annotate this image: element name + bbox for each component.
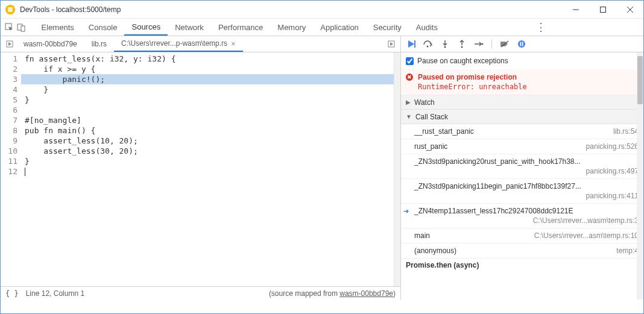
svg-rect-2 (600, 7, 605, 12)
pause-on-caught-label[interactable]: Pause on caught exceptions (417, 57, 508, 65)
window-titlebar: DevTools - localhost:5000/temp (1, 1, 643, 19)
panes-scrollbar[interactable] (637, 52, 643, 300)
callstack-frame[interactable]: ➔_ZN4temp11assert_less17hc29247008ddc912… (401, 204, 643, 228)
code-line[interactable]: if x >= y { (25, 64, 394, 74)
tab-console[interactable]: Console (81, 19, 125, 36)
callstack-frame[interactable]: _ZN3std9panicking11begin_panic17hf8bbc13… (401, 179, 643, 204)
tab-audits[interactable]: Audits (409, 19, 445, 36)
frame-location: temp:4 (616, 246, 639, 255)
more-icon[interactable]: ⋮ (531, 20, 551, 34)
callstack-section-header[interactable]: ▼ Call Stack (401, 110, 643, 124)
callstack-frame[interactable]: rust_panicpanicking.rs:526 (401, 139, 643, 154)
svg-rect-0 (8, 7, 13, 12)
frame-function: _ZN4temp11assert_less17hc29247008ddc9121… (414, 207, 639, 215)
callstack-frame[interactable]: __rust_start_paniclib.rs:54 (401, 124, 643, 139)
tab-sources[interactable]: Sources (124, 19, 168, 36)
source-map-link[interactable]: wasm-00bbd79e (339, 289, 393, 298)
tab-application[interactable]: Application (313, 19, 366, 36)
tab-network[interactable]: Network (168, 19, 211, 36)
code-line[interactable] (25, 105, 394, 115)
tab-performance[interactable]: Performance (211, 19, 270, 36)
frame-function: _ZN3std9panicking20rust_panic_with_hook1… (414, 157, 639, 166)
cursor-position: Line 12, Column 1 (26, 289, 84, 298)
chevron-right-icon: ▶ (406, 99, 411, 105)
svg-point-11 (427, 46, 429, 48)
pause-on-caught-row[interactable]: Pause on caught exceptions (401, 52, 643, 69)
deactivate-breakpoints-icon[interactable] (499, 39, 510, 49)
resume-icon[interactable] (406, 39, 417, 49)
step-icon[interactable] (473, 39, 484, 49)
frame-function: main (414, 231, 529, 240)
pause-banner-detail: RuntimeError: unreachable (418, 83, 639, 91)
step-over-icon[interactable] (423, 39, 434, 49)
file-tab[interactable]: C:\Users\rrever...p-wasm\temp.rs× (114, 36, 243, 52)
code-line[interactable]: pub fn main() { (25, 125, 394, 136)
code-line[interactable]: #[no_mangle] (25, 115, 394, 125)
file-tab-label: C:\Users\rrever...p-wasm\temp.rs (121, 39, 227, 48)
more-tabs-icon[interactable] (385, 37, 398, 51)
frame-function: _ZN3std9panicking11begin_panic17hf8bbc13… (414, 182, 639, 190)
frame-location: panicking.rs:526 (586, 142, 639, 151)
file-tabbar: wasm-00bbd79elib.rsC:\Users\rrever...p-w… (1, 36, 400, 52)
frame-function: (anonymous) (414, 246, 611, 255)
current-frame-icon: ➔ (403, 207, 409, 215)
file-tab[interactable]: lib.rs (84, 36, 114, 52)
async-label: Promise.then (async) (401, 259, 643, 272)
file-tab-label: lib.rs (92, 40, 107, 48)
code-line[interactable] (25, 166, 394, 177)
tab-security[interactable]: Security (366, 19, 409, 36)
code-line[interactable]: } (25, 156, 394, 166)
frame-function: __rust_start_panic (414, 127, 608, 136)
debugger-toolbar (401, 36, 643, 52)
code-line[interactable]: } (25, 84, 394, 95)
code-line[interactable]: panic!(); (25, 74, 394, 84)
resume-script-icon[interactable] (3, 37, 16, 51)
frame-location: C:\Users\rrever...wasm\temp.rs:3 (414, 216, 639, 225)
step-into-icon[interactable] (440, 39, 450, 49)
close-button[interactable] (616, 1, 643, 18)
minimize-button[interactable] (562, 1, 589, 18)
svg-rect-21 (522, 42, 523, 46)
editor-scrollbar[interactable] (394, 52, 400, 286)
device-toolbar-icon[interactable] (16, 20, 27, 34)
pause-on-caught-checkbox[interactable] (406, 57, 414, 65)
code-line[interactable]: assert_less(30, 20); (25, 146, 394, 156)
svg-rect-20 (520, 42, 522, 46)
pause-on-exceptions-icon[interactable] (516, 39, 527, 49)
svg-rect-7 (21, 26, 25, 31)
line-gutter: 123456789101112 (1, 52, 21, 286)
pause-banner: ✖ Paused on promise rejection RuntimeErr… (401, 69, 643, 95)
code-line[interactable]: } (25, 95, 394, 105)
callstack-frame[interactable]: mainC:\Users\rrever...asm\temp.rs:10 (401, 228, 643, 243)
code-line[interactable]: fn assert_less(x: i32, y: i32) { (25, 54, 394, 64)
svg-point-13 (444, 46, 446, 48)
devtools-icon (5, 5, 15, 14)
maximize-button[interactable] (589, 1, 616, 18)
svg-point-15 (461, 46, 463, 48)
inspect-element-icon[interactable] (4, 20, 15, 34)
chevron-down-icon: ▼ (406, 113, 412, 120)
source-map-info: (source mapped from wasm-00bbd79e) (269, 289, 396, 298)
callstack-frame[interactable]: _ZN3std9panicking20rust_panic_with_hook1… (401, 154, 643, 179)
tab-elements[interactable]: Elements (34, 19, 81, 36)
debugger-panes: Pause on caught exceptions ✖ Paused on p… (401, 52, 643, 300)
frame-function: rust_panic (414, 142, 581, 151)
frame-location: panicking.rs:411 (414, 192, 639, 200)
error-icon: ✖ (406, 74, 413, 81)
tab-memory[interactable]: Memory (270, 19, 313, 36)
code-editor[interactable]: 123456789101112 fn assert_less(x: i32, y… (1, 52, 400, 286)
pause-banner-title: Paused on promise rejection (418, 73, 639, 81)
file-tab[interactable]: wasm-00bbd79e (16, 36, 84, 52)
svg-rect-10 (414, 40, 415, 48)
watch-section-header[interactable]: ▶ Watch (401, 95, 643, 110)
svg-point-19 (518, 40, 525, 48)
close-icon[interactable]: × (231, 39, 236, 48)
file-tab-label: wasm-00bbd79e (24, 40, 77, 48)
step-out-icon[interactable] (456, 39, 467, 49)
frame-location: panicking.rs:497 (414, 167, 639, 175)
frame-location: C:\Users\rrever...asm\temp.rs:10 (534, 231, 639, 240)
braces-icon[interactable]: { } (5, 289, 19, 298)
code-area[interactable]: fn assert_less(x: i32, y: i32) { if x >=… (21, 52, 394, 286)
callstack-frame[interactable]: (anonymous)temp:4 (401, 243, 643, 259)
code-line[interactable]: assert_less(10, 20); (25, 136, 394, 146)
